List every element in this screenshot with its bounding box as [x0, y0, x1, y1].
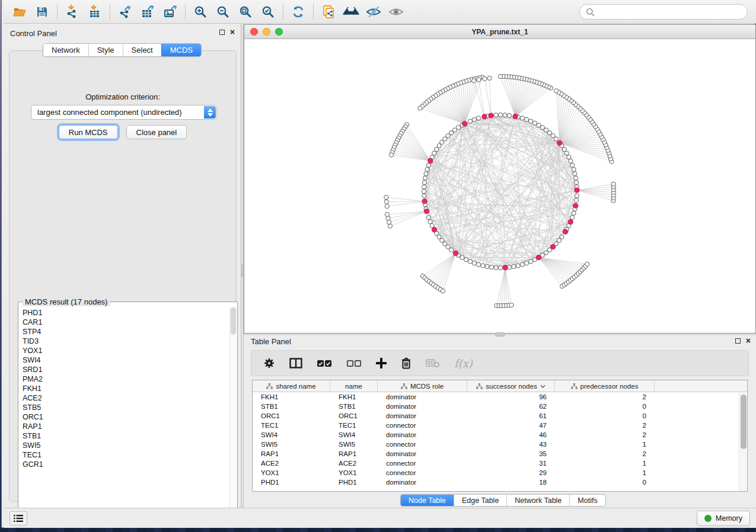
tab-edge-table[interactable]: Edge Table — [454, 495, 506, 506]
select-all-icon[interactable] — [317, 360, 332, 367]
search-field[interactable] — [579, 4, 748, 20]
column-header-MCDS-role[interactable]: MCDS role — [378, 380, 467, 392]
close-table-panel-icon[interactable]: × — [746, 338, 751, 344]
mcds-result-item[interactable]: GCR1 — [23, 460, 229, 469]
column-header-successor-nodes[interactable]: successor nodes — [467, 380, 555, 392]
table-row[interactable]: STB1STB1dominator620 — [253, 402, 747, 411]
column-header-name[interactable]: name — [330, 380, 378, 392]
export-table-icon[interactable] — [136, 2, 159, 21]
tab-node-table[interactable]: Node Table — [401, 495, 454, 506]
table-cell: dominator — [378, 402, 467, 411]
mcds-result-item[interactable]: TID3 — [23, 336, 229, 346]
clone-network-icon[interactable] — [317, 2, 340, 21]
zoom-out-icon[interactable] — [212, 2, 234, 21]
horizontal-splitter[interactable] — [244, 334, 756, 335]
table-row[interactable]: ACE2ACE2connector311 — [253, 459, 747, 468]
delete-column-icon[interactable] — [401, 357, 412, 369]
export-network-icon[interactable] — [114, 2, 136, 21]
table-cell: SWI4 — [330, 430, 378, 440]
import-table-icon[interactable] — [84, 2, 106, 21]
mcds-list-scrollbar[interactable] — [229, 307, 237, 521]
mcds-result-item[interactable]: RAP1 — [23, 422, 229, 431]
table-cell: 35 — [467, 449, 555, 459]
mcds-result-item[interactable]: SRD1 — [23, 365, 229, 374]
maximize-window-icon[interactable] — [275, 28, 283, 36]
save-session-icon[interactable] — [31, 2, 53, 21]
table-row[interactable]: ORC1ORC1dominator610 — [253, 411, 747, 421]
mcds-result-item[interactable]: ORC1 — [23, 412, 229, 422]
float-table-panel-icon[interactable] — [735, 338, 741, 344]
tab-style[interactable]: Style — [88, 44, 123, 56]
task-list-icon — [13, 514, 24, 523]
table-row[interactable]: SWI4SWI4dominator462 — [253, 430, 747, 440]
table-row[interactable]: FKH1FKH1dominator962 — [253, 392, 747, 402]
hide-selected-icon[interactable] — [362, 2, 385, 21]
vertical-splitter[interactable] — [241, 24, 244, 508]
mcds-result-item[interactable]: TEC1 — [23, 450, 229, 460]
mcds-result-item[interactable]: PMA2 — [23, 374, 229, 384]
table-cell: 29 — [467, 468, 555, 477]
tab-mcds[interactable]: MCDS — [161, 44, 201, 56]
minimize-window-icon[interactable] — [263, 28, 270, 36]
mcds-result-item[interactable]: YOX1 — [23, 346, 229, 355]
zoom-in-icon[interactable] — [189, 2, 212, 21]
table-cell: 1 — [555, 440, 655, 449]
node-table: shared namenameMCDS rolesuccessor nodesp… — [252, 380, 748, 492]
mcds-result-item[interactable]: ACE2 — [23, 393, 229, 403]
add-column-icon[interactable] — [376, 358, 387, 368]
split-view-icon[interactable] — [289, 358, 302, 368]
export-image-icon[interactable] — [159, 2, 181, 21]
table-cell: 0 — [555, 411, 655, 421]
tab-network[interactable]: Network — [43, 44, 88, 56]
table-cell: 2 — [555, 392, 655, 402]
table-cell: TEC1 — [253, 421, 330, 430]
control-panel-tabs: Network Style Select MCDS — [43, 43, 202, 57]
close-panel-icon[interactable]: × — [230, 30, 235, 35]
column-header-shared-name[interactable]: shared name — [253, 380, 330, 392]
column-header-filler — [655, 380, 747, 392]
table-scrollbar[interactable] — [739, 393, 747, 491]
refresh-icon[interactable] — [287, 2, 310, 21]
close-panel-button[interactable]: Close panel — [126, 125, 187, 139]
table-cell: FKH1 — [330, 392, 378, 402]
mcds-result-item[interactable]: CAR1 — [23, 318, 229, 327]
zoom-selected-icon[interactable] — [257, 2, 279, 21]
mcds-result-item[interactable]: SWI5 — [23, 441, 229, 450]
network-window-titlebar[interactable]: YPA_prune.txt_1 — [244, 25, 755, 39]
table-row[interactable]: YOX1YOX1connector291 — [253, 468, 747, 477]
show-all-icon[interactable] — [385, 2, 407, 21]
tab-motifs[interactable]: Motifs — [569, 495, 605, 506]
mcds-result-item[interactable]: STB1 — [23, 431, 229, 441]
mcds-result-item[interactable]: PHD1 — [23, 308, 229, 318]
network-graph-canvas[interactable] — [244, 39, 755, 333]
table-row[interactable]: TEC1TEC1connector472 — [253, 421, 747, 430]
float-panel-icon[interactable] — [219, 30, 225, 35]
mcds-result-item[interactable]: SWI4 — [23, 355, 229, 365]
open-session-icon[interactable] — [8, 2, 31, 21]
search-input[interactable] — [598, 8, 741, 16]
table-row[interactable]: PHD1PHD1dominator180 — [253, 477, 747, 487]
optimization-criterion-dropdown[interactable]: largest connected component (undirected) — [31, 105, 217, 120]
task-history-button[interactable] — [9, 511, 27, 525]
memory-button[interactable]: Memory — [697, 511, 750, 526]
import-network-icon[interactable] — [61, 2, 84, 21]
tab-network-table[interactable]: Network Table — [506, 495, 569, 506]
first-neighbors-icon[interactable] — [340, 2, 362, 21]
deselect-all-icon[interactable] — [346, 360, 362, 367]
table-settings-icon[interactable] — [263, 357, 275, 369]
table-cell: 47 — [467, 421, 555, 430]
table-row[interactable]: RAP1RAP1dominator352 — [253, 449, 747, 459]
table-row[interactable]: SWI5SWI5connector431 — [253, 440, 747, 449]
mcds-result-item[interactable]: STB5 — [23, 403, 229, 412]
mcds-result-item[interactable]: FKH1 — [23, 384, 229, 393]
mcds-result-list[interactable]: PHD1CAR1STP4TID3YOX1SWI4SRD1PMA2FKH1ACE2… — [19, 307, 229, 521]
tab-select[interactable]: Select — [123, 44, 161, 56]
run-mcds-button[interactable]: Run MCDS — [59, 125, 118, 139]
table-cell: ACE2 — [330, 459, 378, 468]
zoom-fit-icon[interactable] — [234, 2, 257, 21]
table-cell: SWI5 — [330, 440, 378, 449]
column-header-predecessor-nodes[interactable]: predecessor nodes — [555, 380, 655, 392]
mcds-result-item[interactable]: STP4 — [23, 327, 229, 336]
table-cell: 1 — [555, 468, 655, 477]
close-window-icon[interactable] — [250, 28, 258, 36]
